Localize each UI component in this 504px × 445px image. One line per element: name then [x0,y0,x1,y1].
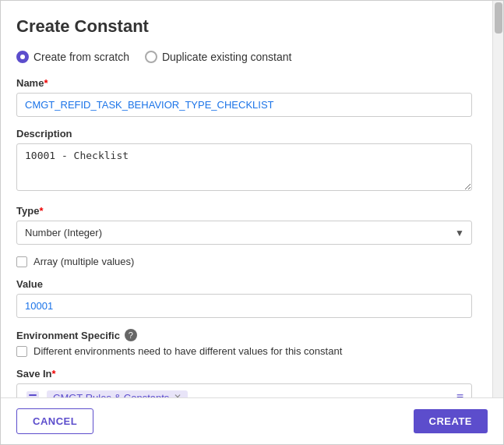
dialog-content: Create Constant Create from scratch Dupl… [1,1,503,397]
dialog-footer: CANCEL CREATE [1,397,503,444]
scrollbar[interactable] [492,1,503,397]
name-field-group: Name* [16,77,472,117]
save-in-required: * [52,368,56,380]
save-in-group: Save In* CMGT Rules & Constants ✕ ≡ [16,368,472,397]
name-label: Name* [16,77,472,89]
env-label: Environment Specific [16,330,120,341]
save-in-label: Save In* [16,368,472,380]
type-select[interactable]: Number (Integer) String Boolean Decimal [16,221,472,245]
save-in-tag-label: CMGT Rules & Constants [53,392,169,398]
array-checkbox[interactable] [16,256,27,267]
save-in-row: CMGT Rules & Constants ✕ ≡ [16,383,472,397]
save-in-rules-icon [25,390,41,397]
type-field-group: Type* Number (Integer) String Boolean De… [16,205,472,245]
dialog-title: Create Constant [16,16,472,37]
value-label: Value [16,278,472,290]
description-input[interactable] [16,143,472,191]
cancel-button[interactable]: CANCEL [16,408,93,434]
radio-create-from-scratch[interactable]: Create from scratch [16,51,129,63]
value-input[interactable] [16,294,472,318]
description-field-group: Description [16,128,472,194]
env-checkbox-row[interactable]: Different environments need to have diff… [16,345,472,357]
radio-label-duplicate: Duplicate existing constant [162,51,292,63]
env-label-row: Environment Specific ? [16,329,472,341]
name-required: * [44,77,48,89]
save-in-tag-remove[interactable]: ✕ [174,392,182,397]
name-input[interactable] [16,93,472,117]
array-checkbox-row[interactable]: Array (multiple values) [16,256,472,267]
type-label: Type* [16,205,472,217]
env-checkbox-label: Different environments need to have diff… [33,345,342,357]
type-select-wrapper: Number (Integer) String Boolean Decimal … [16,221,472,245]
save-in-list-icon[interactable]: ≡ [456,390,463,397]
env-specific-group: Environment Specific ? Different environ… [16,329,472,357]
radio-group: Create from scratch Duplicate existing c… [16,51,472,63]
radio-circle-duplicate [145,51,157,63]
svg-rect-1 [29,394,37,396]
env-help-icon[interactable]: ? [125,329,137,341]
radio-duplicate[interactable]: Duplicate existing constant [145,51,292,63]
radio-label-scratch: Create from scratch [33,51,129,63]
create-constant-dialog: Create Constant Create from scratch Dupl… [0,0,504,445]
value-field-group: Value [16,278,472,318]
type-required: * [39,205,43,217]
scrollbar-thumb [495,2,502,34]
save-in-tag: CMGT Rules & Constants ✕ [47,390,188,398]
radio-circle-scratch [16,51,29,63]
array-checkbox-label: Array (multiple values) [33,256,134,267]
create-button[interactable]: CREATE [414,409,488,433]
env-checkbox[interactable] [16,346,27,357]
description-label: Description [16,128,472,140]
